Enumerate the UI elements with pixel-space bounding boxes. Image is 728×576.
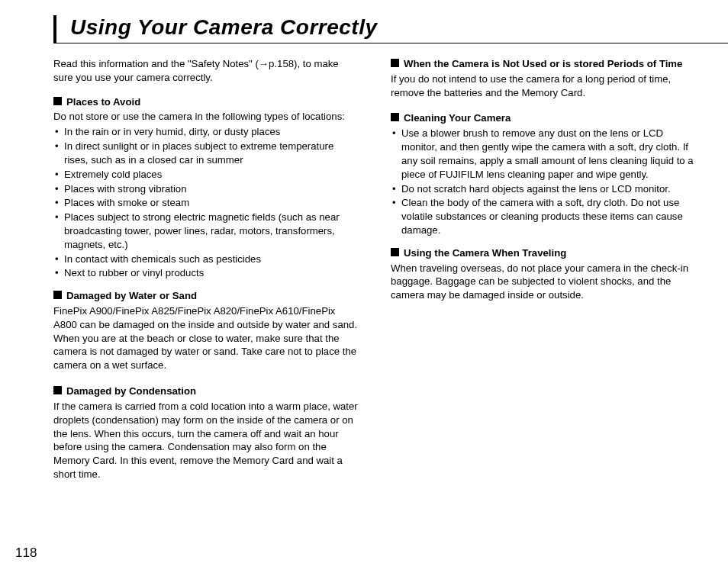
section-body: When traveling overseas, do not place yo… xyxy=(391,262,697,302)
list-item: In contact with chemicals such as pestic… xyxy=(53,253,360,266)
square-bullet-icon xyxy=(391,113,399,121)
square-bullet-icon xyxy=(53,291,62,299)
section-heading: Using the Camera When Traveling xyxy=(404,246,566,260)
section-cleaning: Cleaning Your Camera xyxy=(391,111,697,125)
section-water-sand: Damaged by Water or Sand xyxy=(53,289,360,303)
section-storage: When the Camera is Not Used or is stored… xyxy=(391,57,697,71)
list-item: Places with smoke or steam xyxy=(53,196,360,210)
page-reference: →p.158 xyxy=(259,58,294,69)
content-columns: Read this information and the "Safety No… xyxy=(53,57,697,483)
manual-page: Using Your Camera Correctly Read this in… xyxy=(0,0,728,576)
section-heading: Places to Avoid xyxy=(66,95,140,109)
square-bullet-icon xyxy=(53,386,62,394)
section-condensation: Damaged by Condensation xyxy=(53,385,360,398)
square-bullet-icon xyxy=(53,97,62,105)
section-heading: Damaged by Condensation xyxy=(66,385,196,398)
section-body: Do not store or use the camera in the fo… xyxy=(53,110,360,124)
list-item: Clean the body of the camera with a soft… xyxy=(391,196,697,237)
section-body: FinePix A900/FinePix A825/FinePix A820/F… xyxy=(53,304,360,372)
intro-part1: Read this information and the "Safety No… xyxy=(53,58,259,69)
cleaning-list: Use a blower brush to remove any dust on… xyxy=(391,127,697,237)
page-number: 118 xyxy=(15,545,37,561)
title-underline xyxy=(56,43,728,43)
list-item: In the rain or in very humid, dirty, or … xyxy=(53,125,360,139)
list-item: Do not scratch hard objects against the … xyxy=(391,182,697,196)
list-item: Next to rubber or vinyl products xyxy=(53,266,360,280)
section-heading: Damaged by Water or Sand xyxy=(66,289,197,303)
right-column: When the Camera is Not Used or is stored… xyxy=(391,57,697,483)
list-item: Extremely cold places xyxy=(53,168,360,182)
list-item: Places subject to strong electric magnet… xyxy=(53,211,360,251)
places-list: In the rain or in very humid, dirty, or … xyxy=(53,125,360,280)
section-body: If you do not intend to use the camera f… xyxy=(391,72,697,100)
list-item: Use a blower brush to remove any dust on… xyxy=(391,127,697,181)
section-places-to-avoid: Places to Avoid xyxy=(53,95,360,109)
square-bullet-icon xyxy=(391,59,399,67)
list-item: Places with strong vibration xyxy=(53,182,360,196)
title-bar: Using Your Camera Correctly xyxy=(53,15,697,43)
page-title: Using Your Camera Correctly xyxy=(70,15,697,40)
section-traveling: Using the Camera When Traveling xyxy=(391,246,697,260)
left-column: Read this information and the "Safety No… xyxy=(53,57,360,483)
section-heading: Cleaning Your Camera xyxy=(404,111,511,125)
intro-text: Read this information and the "Safety No… xyxy=(53,57,360,85)
section-body: If the camera is carried from a cold loc… xyxy=(53,400,360,481)
square-bullet-icon xyxy=(391,248,399,256)
list-item: In direct sunlight or in places subject … xyxy=(53,140,360,167)
section-heading: When the Camera is Not Used or is stored… xyxy=(404,57,682,71)
